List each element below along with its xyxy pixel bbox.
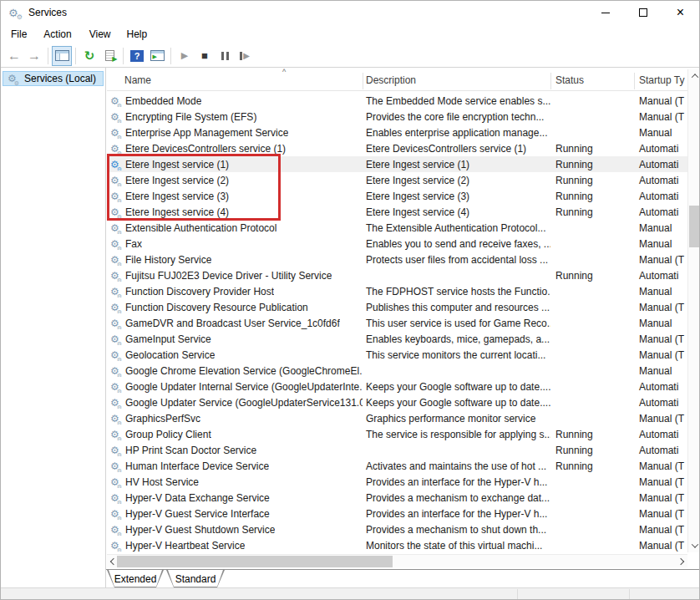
show-console-tree-button[interactable]	[52, 46, 72, 66]
table-row[interactable]: ⚙Etere Ingest service (1)Etere Ingest se…	[107, 156, 687, 172]
table-row[interactable]: ⚙Etere Ingest service (3)Etere Ingest se…	[107, 188, 687, 204]
service-gear-icon: ⚙	[110, 112, 123, 122]
service-gear-icon: ⚙	[110, 525, 123, 535]
column-header-name[interactable]: Name	[124, 69, 350, 91]
menu-view[interactable]: View	[88, 26, 113, 43]
sidebar-item-services-local[interactable]: ⚙ Services (Local)	[3, 71, 104, 86]
table-row[interactable]: ⚙Hyper-V Data Exchange ServiceProvides a…	[107, 490, 687, 506]
table-row[interactable]: ⚙Hyper-V Guest Shutdown ServiceProvides …	[107, 521, 687, 537]
cell-name: ⚙Fujitsu FUJ02E3 Device Driver - Utility…	[107, 270, 363, 282]
tab-extended[interactable]: Extended	[107, 570, 164, 587]
column-divider[interactable]	[363, 73, 363, 89]
column-header-description[interactable]: Description	[366, 69, 541, 91]
table-row[interactable]: ⚙Function Discovery Provider HostThe FDP…	[107, 283, 687, 299]
menubar: File Action View Help	[1, 24, 699, 44]
cell-description: Provides an interface for the Hyper-V h.…	[363, 508, 550, 520]
table-row[interactable]: ⚙HV Host ServiceProvides an interface fo…	[107, 474, 687, 490]
minimize-button[interactable]	[586, 1, 624, 24]
table-row[interactable]: ⚙Function Discovery Resource Publication…	[107, 299, 687, 315]
table-row[interactable]: ⚙GraphicsPerfSvcGraphics performance mon…	[107, 410, 687, 426]
cell-description: Protects user files from accidental loss…	[363, 254, 550, 266]
cell-name: ⚙Hyper-V Data Exchange Service	[107, 492, 363, 504]
table-row[interactable]: ⚙Embedded ModeThe Embedded Mode service …	[107, 93, 687, 109]
help-icon: ?	[130, 50, 144, 62]
close-button[interactable]: ×	[662, 1, 699, 24]
export-list-button[interactable]	[99, 46, 119, 66]
cell-name: ⚙HV Host Service	[107, 476, 363, 488]
table-row[interactable]: ⚙Group Policy ClientThe service is respo…	[107, 426, 687, 442]
table-row[interactable]: ⚙Extensible Authentication ProtocolThe E…	[107, 220, 687, 236]
table-row[interactable]: ⚙Hyper-V Guest Service InterfaceProvides…	[107, 506, 687, 521]
cell-startup-type: Manual (T	[634, 540, 687, 552]
maximize-button[interactable]	[624, 1, 662, 24]
table-row[interactable]: ⚙Encrypting File System (EFS)Provides th…	[107, 109, 687, 125]
service-gear-icon: ⚙	[110, 445, 123, 455]
horizontal-scrollbar[interactable]	[107, 554, 687, 567]
menu-file[interactable]: File	[9, 26, 28, 43]
service-gear-icon: ⚙	[110, 493, 123, 503]
horizontal-scrollbar-thumb[interactable]	[117, 556, 393, 567]
menu-action[interactable]: Action	[42, 26, 73, 43]
table-row[interactable]: ⚙FaxEnables you to send and receive faxe…	[107, 236, 687, 252]
column-divider[interactable]	[634, 73, 635, 89]
restart-service-button[interactable]: ▶	[235, 46, 255, 66]
column-divider[interactable]	[550, 73, 551, 89]
cell-name: ⚙GameDVR and Broadcast User Service_1c0f…	[107, 318, 363, 329]
cell-name: ⚙GraphicsPerfSvc	[107, 413, 363, 425]
cell-name: ⚙Hyper-V Guest Service Interface	[107, 508, 363, 520]
start-service-button[interactable]: ▶	[175, 46, 195, 66]
cell-name: ⚙Google Chrome Elevation Service (Google…	[107, 365, 363, 377]
toolbar-separator	[48, 48, 48, 64]
table-row[interactable]: ⚙Geolocation ServiceThis service monitor…	[107, 347, 687, 363]
table-row[interactable]: ⚙HP Print Scan Doctor ServiceRunningAuto…	[107, 442, 687, 458]
service-gear-icon: ⚙	[110, 207, 123, 217]
service-gear-icon: ⚙	[110, 128, 123, 138]
table-row[interactable]: ⚙Google Chrome Elevation Service (Google…	[107, 363, 687, 379]
cell-description: Etere Ingest service (4)	[363, 206, 550, 218]
cell-name: ⚙GameInput Service	[107, 333, 363, 345]
table-row[interactable]: ⚙File History ServiceProtects user files…	[107, 252, 687, 267]
scroll-right-button[interactable]	[674, 555, 687, 568]
toolbar: ← → ↻ ? ▶ ■ ▶	[1, 44, 699, 67]
cell-status: Running	[550, 429, 634, 440]
show-action-pane-icon	[150, 50, 165, 61]
forward-button[interactable]: →	[24, 46, 44, 66]
menu-help[interactable]: Help	[125, 26, 150, 43]
table-row[interactable]: ⚙Etere Ingest service (2)Etere Ingest se…	[107, 172, 687, 188]
pause-service-button[interactable]	[215, 46, 235, 66]
vertical-scrollbar[interactable]	[687, 69, 700, 552]
table-row[interactable]: ⚙Enterprise App Management ServiceEnable…	[107, 125, 687, 140]
table-row[interactable]: ⚙Hyper-V Heartbeat ServiceMonitors the s…	[107, 537, 687, 553]
services-app-icon[interactable]: ⚙	[8, 8, 22, 18]
scroll-up-button[interactable]	[688, 69, 700, 83]
back-button[interactable]: ←	[4, 46, 24, 66]
cell-name: ⚙Etere DevicesControllers service (1)	[107, 143, 363, 155]
cell-startup-type: Manual (T	[634, 302, 687, 313]
cell-name: ⚙Group Policy Client	[107, 429, 363, 440]
tab-standard[interactable]: Standard	[166, 570, 225, 587]
column-header-startup-type[interactable]: Startup Ty	[639, 69, 687, 91]
cell-name: ⚙File History Service	[107, 254, 363, 266]
table-row[interactable]: ⚙Google Updater Internal Service (Google…	[107, 379, 687, 394]
show-action-pane-button[interactable]	[147, 46, 167, 66]
cell-status: Running	[550, 206, 634, 218]
table-row[interactable]: ⚙Google Updater Service (GoogleUpdaterSe…	[107, 394, 687, 410]
table-row[interactable]: ⚙GameInput ServiceEnables keyboards, mic…	[107, 331, 687, 347]
cell-description: Enables you to send and receive faxes, .…	[363, 238, 550, 250]
export-list-icon	[105, 50, 114, 61]
table-row[interactable]: ⚙Human Interface Device ServiceActivates…	[107, 458, 687, 474]
service-gear-icon: ⚙	[110, 334, 123, 344]
cell-startup-type: Automati	[634, 143, 687, 155]
stop-service-button[interactable]: ■	[195, 46, 215, 66]
table-row[interactable]: ⚙Etere Ingest service (4)Etere Ingest se…	[107, 204, 687, 220]
cell-name: ⚙Etere Ingest service (3)	[107, 191, 363, 202]
vertical-scrollbar-thumb[interactable]	[689, 206, 700, 247]
table-row[interactable]: ⚙Fujitsu FUJ02E3 Device Driver - Utility…	[107, 267, 687, 283]
refresh-button[interactable]: ↻	[79, 46, 99, 66]
cell-name: ⚙Etere Ingest service (2)	[107, 175, 363, 186]
column-header-status[interactable]: Status	[555, 69, 631, 91]
scroll-down-button[interactable]	[688, 539, 700, 552]
table-row[interactable]: ⚙GameDVR and Broadcast User Service_1c0f…	[107, 315, 687, 331]
help-button[interactable]: ?	[127, 46, 147, 66]
table-row[interactable]: ⚙Etere DevicesControllers service (1)Ete…	[107, 140, 687, 156]
